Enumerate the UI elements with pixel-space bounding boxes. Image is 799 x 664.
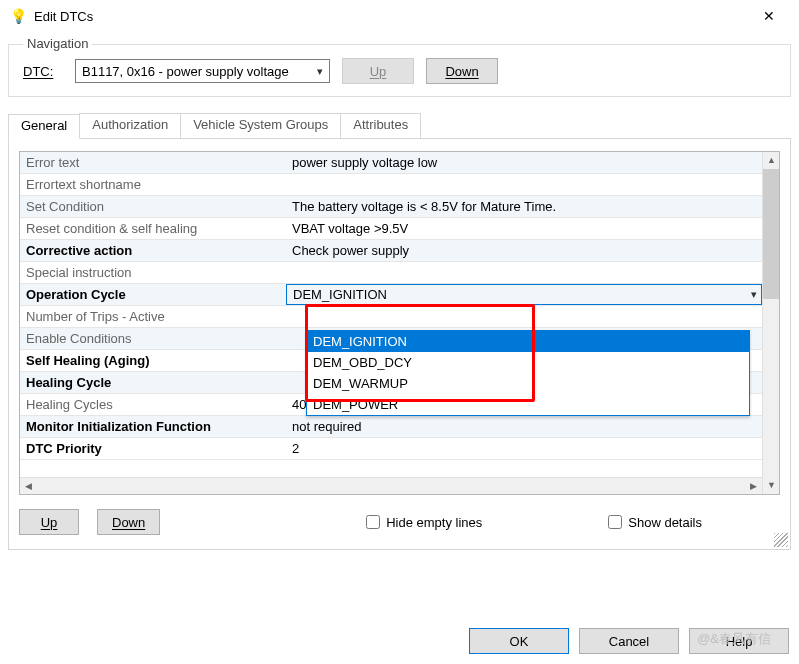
navigation-row: DTC: B1117, 0x16 - power supply voltage … (23, 58, 780, 84)
tab-attributes[interactable]: Attributes (340, 113, 421, 138)
show-details-input[interactable] (608, 515, 622, 529)
row-monitor-init-fn[interactable]: Monitor Initialization Function not requ… (20, 416, 762, 438)
nav-down-button[interactable]: Down (426, 58, 498, 84)
navigation-legend: Navigation (23, 36, 92, 51)
row-num-trips-active[interactable]: Number of Trips - Active (20, 306, 762, 328)
dd-item-dem-warmup[interactable]: DEM_WARMUP (307, 373, 749, 394)
tab-panel-general: Error text power supply voltage low Erro… (8, 138, 791, 550)
grid-body: Error text power supply voltage low Erro… (20, 152, 762, 494)
hide-empty-lines-input[interactable] (366, 515, 380, 529)
row-errortext-shortname[interactable]: Errortext shortname (20, 174, 762, 196)
navigation-fieldset: Navigation DTC: B1117, 0x16 - power supp… (8, 44, 791, 97)
row-dtc-priority[interactable]: DTC Priority 2 (20, 438, 762, 460)
grid-down-button[interactable]: Down (97, 509, 160, 535)
horizontal-scrollbar[interactable]: ◀ ▶ (20, 477, 762, 494)
nav-up-button: Up (342, 58, 414, 84)
dtc-select[interactable]: B1117, 0x16 - power supply voltage (75, 59, 330, 83)
tab-vehicle-system-groups[interactable]: Vehicle System Groups (180, 113, 341, 138)
tab-general[interactable]: General (8, 114, 80, 139)
dtc-label: DTC: (23, 64, 63, 79)
row-special-instruction[interactable]: Special instruction (20, 262, 762, 284)
dialog-footer: OK Cancel Help (469, 628, 789, 654)
close-icon[interactable]: ✕ (749, 8, 789, 24)
lightbulb-icon: 💡 (10, 8, 27, 24)
row-reset-condition[interactable]: Reset condition & self healing VBAT volt… (20, 218, 762, 240)
tab-authorization[interactable]: Authorization (79, 113, 181, 138)
scroll-up-icon[interactable]: ▲ (763, 152, 780, 169)
panel-footer: Up Down Hide empty lines Show details (19, 509, 780, 535)
content-area: Navigation DTC: B1117, 0x16 - power supp… (0, 32, 799, 558)
properties-grid: Error text power supply voltage low Erro… (19, 151, 780, 495)
show-details-checkbox[interactable]: Show details (608, 515, 702, 530)
ok-button[interactable]: OK (469, 628, 569, 654)
dd-item-dem-power[interactable]: DEM_POWER (307, 394, 749, 415)
dtc-select-value: B1117, 0x16 - power supply voltage (82, 64, 289, 79)
tabs: General Authorization Vehicle System Gro… (8, 113, 791, 138)
grid-up-button[interactable]: Up (19, 509, 79, 535)
row-operation-cycle[interactable]: Operation Cycle DEM_IGNITION (20, 284, 762, 306)
scroll-left-icon[interactable]: ◀ (20, 478, 37, 495)
scroll-thumb[interactable] (763, 169, 779, 299)
dd-item-dem-ignition[interactable]: DEM_IGNITION (307, 331, 749, 352)
window-title: Edit DTCs (34, 9, 749, 24)
dd-item-dem-obd-dcy[interactable]: DEM_OBD_DCY (307, 352, 749, 373)
vertical-scrollbar[interactable]: ▲ ▼ (762, 152, 779, 494)
operation-cycle-dropdown[interactable]: DEM_IGNITION DEM_OBD_DCY DEM_WARMUP DEM_… (306, 330, 750, 416)
row-set-condition[interactable]: Set Condition The battery voltage is < 8… (20, 196, 762, 218)
resize-grip[interactable] (774, 533, 788, 547)
cancel-button[interactable]: Cancel (579, 628, 679, 654)
scroll-down-icon[interactable]: ▼ (763, 477, 780, 494)
titlebar: 💡 Edit DTCs ✕ (0, 0, 799, 32)
tabs-container: General Authorization Vehicle System Gro… (8, 113, 791, 550)
scroll-right-icon[interactable]: ▶ (745, 478, 762, 495)
hide-empty-lines-checkbox[interactable]: Hide empty lines (366, 515, 482, 530)
window-root: 💡 Edit DTCs ✕ Navigation DTC: B1117, 0x1… (0, 0, 799, 664)
help-button[interactable]: Help (689, 628, 789, 654)
row-error-text[interactable]: Error text power supply voltage low (20, 152, 762, 174)
operation-cycle-select[interactable]: DEM_IGNITION (286, 284, 762, 305)
row-corrective-action[interactable]: Corrective action Check power supply (20, 240, 762, 262)
